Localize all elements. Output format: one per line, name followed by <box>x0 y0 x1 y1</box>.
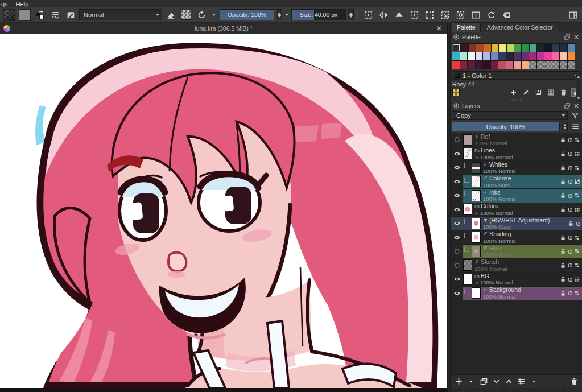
alpha-icon[interactable]: α <box>568 261 572 269</box>
float-panel-icon[interactable] <box>564 102 571 109</box>
palette-icon[interactable] <box>452 89 460 96</box>
alpha-icon[interactable]: α <box>568 178 572 185</box>
pattern-swatch[interactable] <box>18 9 31 21</box>
edit-color-button[interactable] <box>521 88 530 97</box>
palette-swatch[interactable] <box>452 44 460 52</box>
palette-swatch[interactable] <box>514 52 521 60</box>
delete-layer-button[interactable] <box>568 376 580 387</box>
move-selection-icon[interactable] <box>407 9 421 21</box>
opacity-slider[interactable]: Opacity: 100% <box>220 9 274 20</box>
layer-row-colorize[interactable]: Colorize100% Burnα <box>451 175 582 189</box>
palette-swatch[interactable] <box>522 44 529 52</box>
float-panel-icon[interactable] <box>564 34 571 40</box>
layer-thumbnail[interactable] <box>463 274 472 285</box>
alpha-icon[interactable]: α <box>568 150 572 158</box>
layer-thumbnail[interactable] <box>463 259 472 271</box>
inherit-alpha-icon[interactable] <box>574 234 580 241</box>
palette-swatch[interactable] <box>484 44 491 52</box>
alpha-icon[interactable]: α <box>568 289 572 297</box>
lock-docker-icon[interactable] <box>453 34 460 40</box>
inherit-alpha-icon[interactable] <box>574 248 580 254</box>
layer-row-hsv-hsl-adjustment[interactable]: (HSV/HSL Adjustment)100% Copyα <box>451 217 582 231</box>
lock-icon[interactable] <box>560 151 566 157</box>
passthrough-icon[interactable] <box>574 151 580 157</box>
brush-settings-icon[interactable] <box>48 9 62 21</box>
palette-swatch[interactable] <box>514 61 521 69</box>
preset-caret-icon[interactable] <box>210 9 218 21</box>
layer-opacity-spinner[interactable] <box>562 122 568 131</box>
lock-icon[interactable] <box>560 290 566 296</box>
palette-swatch[interactable] <box>560 44 567 52</box>
layer-options-menu-icon[interactable] <box>569 122 581 131</box>
palette-swatch[interactable] <box>469 44 476 52</box>
palette-swatch[interactable] <box>552 52 560 60</box>
palette-swatch[interactable] <box>552 44 559 52</box>
gradient-swatch[interactable] <box>2 9 16 21</box>
layer-thumbnail[interactable] <box>472 287 481 299</box>
alpha-icon[interactable]: α <box>568 247 572 255</box>
lock-icon[interactable] <box>560 137 566 143</box>
palette-swatch[interactable] <box>568 52 575 60</box>
layer-opacity-slider[interactable]: Opacity: 100% <box>452 122 560 131</box>
palette-swatch[interactable] <box>506 61 514 69</box>
layer-filter-button[interactable] <box>569 111 581 120</box>
lock-icon[interactable] <box>560 248 566 254</box>
palette-swatch[interactable] <box>506 52 514 60</box>
palette-swatch[interactable] <box>460 61 468 69</box>
palette-swatch[interactable] <box>544 52 552 60</box>
swap-colors-icon[interactable] <box>33 9 47 21</box>
layer-visible-icon[interactable] <box>451 231 463 245</box>
workspace-chooser-icon[interactable] <box>566 9 580 21</box>
palette-swatch[interactable] <box>492 44 498 52</box>
layer-thumbnail[interactable] <box>472 232 481 243</box>
layer-visible-icon[interactable] <box>451 287 463 300</box>
palette-swatch-empty[interactable] <box>529 61 536 69</box>
palette-swatch[interactable] <box>468 61 475 69</box>
palette-swatch[interactable] <box>560 52 567 60</box>
size-spinner[interactable] <box>348 9 354 20</box>
palette-swatch[interactable] <box>491 61 498 69</box>
alpha-icon[interactable]: α <box>568 205 572 213</box>
show-selection-icon[interactable] <box>361 9 375 21</box>
add-layer-caret[interactable] <box>465 376 477 387</box>
palette-swatch-empty[interactable] <box>560 61 567 69</box>
lock-icon[interactable] <box>560 164 566 171</box>
layer-row-shading[interactable]: Shading100% Normalα <box>451 231 582 245</box>
palette-swatch[interactable] <box>514 44 521 52</box>
layer-visible-icon[interactable] <box>451 217 463 230</box>
alpha-icon[interactable]: α <box>568 164 572 172</box>
palette-swatch[interactable] <box>568 44 575 52</box>
transform-selection-icon[interactable] <box>438 9 452 21</box>
split-view-icon[interactable] <box>469 9 482 21</box>
layer-visible-icon[interactable] <box>451 203 463 217</box>
inherit-alpha-active-icon[interactable] <box>574 179 580 185</box>
layer-hidden-icon[interactable] <box>451 133 463 147</box>
tab-advanced-color-selector[interactable]: Advanced Color Selector <box>482 22 558 32</box>
layer-visible-icon[interactable] <box>451 273 463 286</box>
document-close-button[interactable]: ✕ <box>435 24 444 32</box>
mirror-horizontal-icon[interactable] <box>377 9 390 21</box>
palette-swatch-empty[interactable] <box>537 61 544 69</box>
palette-scrollbar[interactable] <box>576 75 581 101</box>
palette-swatch[interactable] <box>461 44 468 52</box>
resize-grip[interactable] <box>451 388 582 392</box>
lock-icon[interactable] <box>560 207 566 213</box>
preserve-alpha-icon[interactable] <box>179 9 193 21</box>
palette-swatch[interactable] <box>483 61 490 69</box>
palette-swatch[interactable] <box>476 52 483 60</box>
menu-item-gs[interactable]: gs <box>1 1 8 7</box>
blending-mode-select[interactable]: Normal <box>79 9 162 20</box>
alpha-icon[interactable]: α <box>568 192 572 200</box>
inherit-alpha-icon[interactable] <box>574 137 580 143</box>
palette-swatch[interactable] <box>537 52 544 60</box>
inherit-alpha-icon[interactable] <box>574 164 580 171</box>
palette-swatch-empty[interactable] <box>552 61 560 69</box>
close-panel-icon[interactable] <box>573 102 580 109</box>
palette-swatch[interactable] <box>476 61 483 69</box>
close-panel-icon[interactable] <box>573 34 580 40</box>
duplicate-layer-button[interactable] <box>478 376 489 387</box>
layer-visible-icon[interactable] <box>451 175 463 189</box>
layer-blending-select[interactable]: Copy <box>452 111 568 120</box>
passthrough-icon[interactable] <box>574 207 580 213</box>
layer-hidden-icon[interactable] <box>451 245 463 258</box>
